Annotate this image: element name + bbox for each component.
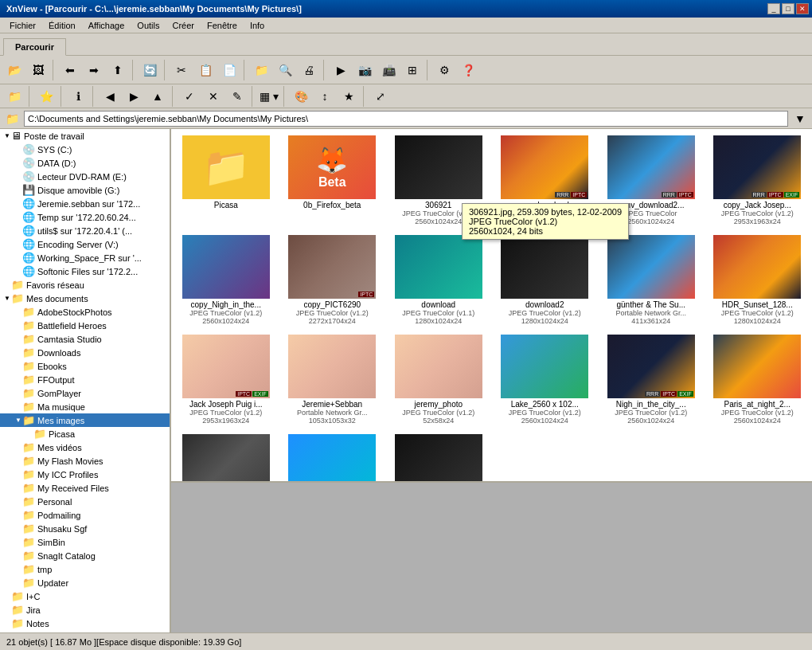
tree-item[interactable]: 💿SYS (C:) xyxy=(0,143,170,156)
btn-help[interactable]: ❓ xyxy=(457,59,479,81)
menu-fichier[interactable]: Fichier xyxy=(3,19,42,32)
thumbnail-item[interactable]: RRRIPTCEXIFcopy_Jack Josep...JPEG TrueCo… xyxy=(706,132,810,229)
tree-item[interactable]: 📁GomPlayer xyxy=(0,386,170,400)
tree-item[interactable]: 📁Mes vidéos xyxy=(0,441,170,454)
thumbnail-item[interactable]: IPTCEXIFJack Joseph Puig i...JPEG TrueCo… xyxy=(174,331,278,428)
thumbnail-item[interactable]: günther & The Su...Portable Network Gr..… xyxy=(599,232,703,328)
btn-addr-folder[interactable]: 📁 xyxy=(3,110,21,127)
tree-item[interactable]: 📁Jira xyxy=(0,603,170,617)
tree-item[interactable]: 📁Updater xyxy=(0,576,170,589)
maximize-button[interactable]: □ xyxy=(782,3,794,14)
tree-item[interactable]: 🌐Jeremie.sebban sur '172... xyxy=(0,197,170,210)
thumbnail-item[interactable]: download2JPEG TrueColor (v1.2)1280x1024x… xyxy=(494,232,597,328)
btn-t2-info[interactable]: ℹ xyxy=(67,85,89,108)
thumbnail-item[interactable] xyxy=(281,431,385,481)
btn-folder[interactable]: 📁 xyxy=(250,59,272,81)
close-button[interactable]: ✕ xyxy=(796,3,809,14)
menu-info[interactable]: Info xyxy=(244,19,271,32)
tree-item[interactable]: 📁Podmailing xyxy=(0,508,170,522)
tree-item[interactable]: 📁Personal xyxy=(0,495,170,508)
btn-paste[interactable]: 📄 xyxy=(218,59,240,81)
btn-browse[interactable]: 🖼 xyxy=(27,59,49,81)
tree-item[interactable]: 📁SimBin xyxy=(0,535,170,549)
address-input[interactable] xyxy=(24,111,788,127)
menu-outils[interactable]: Outils xyxy=(131,19,166,32)
tree-item[interactable]: 🌐Softonic Files sur '172.2... xyxy=(0,264,170,278)
btn-t2-nav-back[interactable]: ◀ xyxy=(99,85,121,108)
btn-capture[interactable]: 📷 xyxy=(353,59,376,81)
btn-refresh[interactable]: 🔄 xyxy=(139,59,161,81)
tree-item[interactable]: 📁Ma musique xyxy=(0,400,170,413)
tree-item[interactable]: 📁My Received Files xyxy=(0,481,170,495)
thumbnail-item[interactable]: Paris_at_night_2...JPEG TrueColor (v1.2)… xyxy=(706,331,810,428)
btn-cut[interactable]: ✂ xyxy=(170,59,193,81)
tree-item[interactable]: 📁My ICC Profiles xyxy=(0,468,170,481)
btn-t2-x[interactable]: ✕ xyxy=(202,85,224,108)
thumbnail-item[interactable] xyxy=(174,431,278,481)
tree-item[interactable]: 🌐utils$ sur '172.20.4.1' (... xyxy=(0,224,170,237)
btn-forward[interactable]: ➡ xyxy=(83,59,105,81)
tree-item[interactable]: 📁Picasa xyxy=(0,427,170,441)
btn-grid[interactable]: ⊞ xyxy=(401,59,424,81)
tree-item[interactable]: 📁Ebooks xyxy=(0,359,170,373)
btn-copy[interactable]: 📋 xyxy=(194,59,217,81)
btn-t2-color[interactable]: 🎨 xyxy=(290,85,312,108)
btn-settings[interactable]: ⚙ xyxy=(433,59,455,81)
tree-item[interactable]: 📁tmp xyxy=(0,562,170,576)
tree-item[interactable]: 📁Downloads xyxy=(0,346,170,359)
tree-item[interactable]: 📁My Flash Movies xyxy=(0,454,170,468)
btn-slideshow[interactable]: ▶ xyxy=(330,59,352,81)
btn-addr-go[interactable]: ▼ xyxy=(791,110,809,127)
tree-item[interactable]: 📁Camtasia Studio xyxy=(0,332,170,346)
tree-item[interactable]: 💾Disque amovible (G:) xyxy=(0,183,170,197)
thumbnail-item[interactable]: IPTCcopy_PICT6290JPEG TrueColor (v1.2)22… xyxy=(281,232,385,328)
tab-parcourir[interactable]: Parcourir xyxy=(3,38,66,56)
tree-item[interactable]: ▼📁Mes documents xyxy=(0,292,170,305)
thumbnail-item[interactable] xyxy=(387,431,490,481)
tree-item[interactable]: 🌐Working_Space_FR sur '... xyxy=(0,251,170,264)
thumbnail-item[interactable]: Lake_2560 x 102...JPEG TrueColor (v1.2)2… xyxy=(494,331,597,428)
tree-item[interactable]: 🌐Temp sur '172.20.60.24... xyxy=(0,210,170,224)
btn-back[interactable]: ⬅ xyxy=(59,59,81,81)
btn-twain[interactable]: 📠 xyxy=(377,59,400,81)
thumbnail-item[interactable]: 🦊Beta0b_Firefox_beta xyxy=(281,132,385,229)
btn-open[interactable]: 📂 xyxy=(3,59,25,81)
tree-item[interactable]: 📁Battlefield Heroes xyxy=(0,319,170,332)
menu-edition[interactable]: Édition xyxy=(42,19,82,32)
btn-t2-1[interactable]: 📁 xyxy=(3,85,25,108)
tree-item[interactable]: 💿DATA (D:) xyxy=(0,156,170,170)
thumbnail-item[interactable]: downloadJPEG TrueColor (v1.1)1280x1024x2… xyxy=(387,232,490,328)
thumbnail-item[interactable]: 📁Picasa xyxy=(174,132,278,229)
btn-t2-fav[interactable]: ⭐ xyxy=(35,85,57,108)
tree-item[interactable]: 📁FFOutput xyxy=(0,373,170,386)
tree-item[interactable]: 📁I+C xyxy=(0,589,170,603)
btn-t2-zoom-fit[interactable]: ⤢ xyxy=(369,85,392,108)
btn-search[interactable]: 🔍 xyxy=(274,59,296,81)
btn-print[interactable]: 🖨 xyxy=(298,59,320,81)
btn-t2-view-menu[interactable]: ▦ ▾ xyxy=(258,85,280,108)
thumbnail-item[interactable]: RRRIPTCEXIFNigh_in_the_city_...JPEG True… xyxy=(599,331,703,428)
thumbnail-item[interactable]: jeremy_photoJPEG TrueColor (v1.2)52x58x2… xyxy=(387,331,490,428)
tree-item[interactable]: 📁Shusaku Sgf xyxy=(0,522,170,535)
tree-item[interactable]: ▼📁Mes images xyxy=(0,413,170,427)
tree-item[interactable]: 📁Notes xyxy=(0,617,170,630)
menu-affichage[interactable]: Affichage xyxy=(82,19,131,32)
menu-fenetre[interactable]: Fenêtre xyxy=(201,19,244,32)
tree-item[interactable]: 📁Favoris réseau xyxy=(0,278,170,292)
tree-item[interactable]: ▼🖥Poste de travail xyxy=(0,129,170,143)
btn-t2-star[interactable]: ★ xyxy=(338,85,360,108)
thumbnail-item[interactable]: HDR_Sunset_128...JPEG TrueColor (v1.2)12… xyxy=(706,232,810,328)
btn-t2-nav-fwd[interactable]: ▶ xyxy=(123,85,145,108)
btn-up[interactable]: ⬆ xyxy=(107,59,129,81)
thumbnail-item[interactable]: copy_Nigh_in_the...JPEG TrueColor (v1.2)… xyxy=(174,232,278,328)
tree-item[interactable]: 💿Lecteur DVD-RAM (E:) xyxy=(0,170,170,183)
tree-item[interactable]: 📁SnagIt Catalog xyxy=(0,549,170,562)
btn-t2-edit[interactable]: ✎ xyxy=(226,85,248,108)
btn-t2-check[interactable]: ✓ xyxy=(178,85,201,108)
menu-creer[interactable]: Créer xyxy=(166,19,201,32)
btn-t2-nav-up[interactable]: ▲ xyxy=(146,85,169,108)
tree-item[interactable]: 📁AdobeStockPhotos xyxy=(0,305,170,319)
btn-t2-sort[interactable]: ↕ xyxy=(314,85,336,108)
thumbnail-item[interactable]: Jeremie+SebbanPortable Network Gr...1053… xyxy=(281,331,385,428)
minimize-button[interactable]: _ xyxy=(767,3,780,14)
